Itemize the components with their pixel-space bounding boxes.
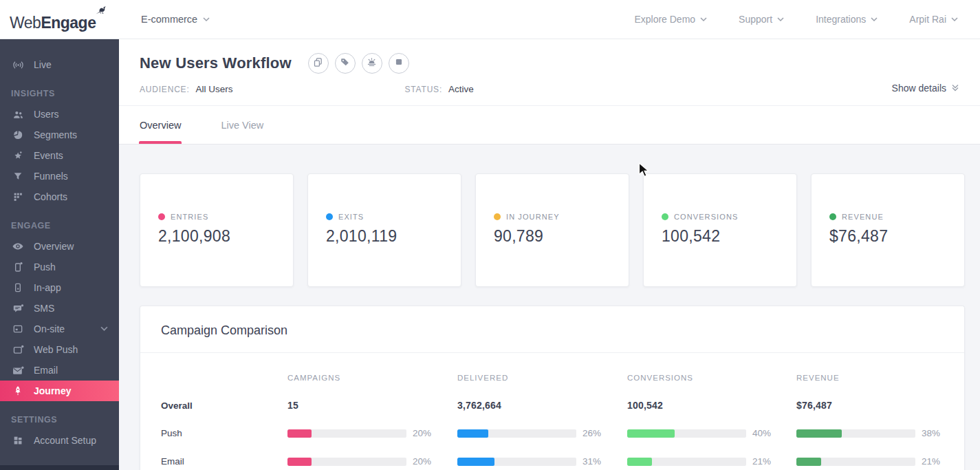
sidebar-bottom-strip [0, 465, 119, 470]
webengage-logo[interactable]: WebEngage [0, 6, 119, 32]
percent-label: 31% [582, 456, 601, 467]
nav-explore-demo[interactable]: Explore Demo [634, 14, 707, 25]
progress-fill [457, 458, 494, 466]
sidebar-item-live[interactable]: Live [0, 54, 119, 75]
sidebar-item-cohorts[interactable]: Cohorts [0, 186, 119, 207]
in-journey-dot [494, 213, 501, 220]
sidebar-item-overview[interactable]: Overview [0, 236, 119, 257]
sidebar-item-segments[interactable]: Segments [0, 125, 119, 145]
sidebar-item-label: Events [34, 150, 63, 161]
row-label: Overall [161, 400, 287, 411]
show-details-label: Show details [892, 83, 946, 94]
project-selector[interactable]: E-commerce [141, 14, 210, 25]
percent-label: 26% [582, 428, 601, 438]
sidebar-item-label: Users [34, 109, 59, 120]
metric-card-in-journey[interactable]: IN JOURNEY 90,789 [475, 173, 629, 287]
sidebar-item-push[interactable]: Push [0, 257, 119, 277]
sidebar-item-label: Cohorts [34, 191, 67, 202]
show-details-link[interactable]: Show details [892, 83, 959, 94]
bird-icon [93, 6, 107, 23]
sidebar-item-on-site[interactable]: On-site [0, 319, 119, 339]
metric-cards: ENTRIES 2,100,908 EXITS 2,010,119 [140, 173, 965, 287]
nav-support[interactable]: Support [739, 14, 784, 25]
progress-fill [796, 429, 842, 438]
sidebar-item-funnels[interactable]: Funnels [0, 166, 119, 186]
eye-icon [11, 240, 25, 253]
progress-fill [796, 458, 821, 466]
tag-button[interactable] [335, 53, 356, 74]
sidebar-section-insights: INSIGHTS [0, 83, 119, 104]
chevron-down-icon [951, 17, 958, 22]
nav-label: Arpit Rai [909, 14, 946, 25]
sidebar-item-label: Journey [34, 385, 71, 396]
sms-icon [11, 303, 25, 314]
sidebar-item-in-app[interactable]: In-app [0, 277, 119, 298]
duplicate-button[interactable] [308, 53, 329, 74]
tab-live-view[interactable]: Live View [221, 106, 263, 144]
page-header: New Users Workflow [119, 39, 980, 145]
audience-meta: AUDIENCE: All Users [140, 84, 233, 94]
nav-label: Explore Demo [634, 14, 695, 25]
metric-card-entries[interactable]: ENTRIES 2,100,908 [140, 173, 294, 287]
nav-integrations[interactable]: Integrations [816, 14, 878, 25]
sunset-button[interactable] [362, 53, 382, 74]
status-meta: STATUS: Active [405, 84, 474, 94]
row-label: Email [161, 456, 287, 467]
webengage-app: WebEngage E-commerce Explore Demo Suppor… [0, 0, 980, 470]
table-row-email: Email 20% 31% 21% [161, 456, 964, 467]
percent-label: 21% [752, 456, 771, 467]
campaign-comparison-panel: Campaign Comparison CAMPAIGNS DELIVERED … [140, 306, 965, 470]
sunset-icon [366, 56, 378, 71]
metric-label: CONVERSIONS [674, 213, 738, 221]
percent-label: 40% [752, 428, 771, 438]
metric-card-revenue[interactable]: REVENUE $76,487 [811, 173, 965, 287]
main-content: New Users Workflow [119, 39, 980, 470]
push-campaigns-bar: 20% [287, 428, 457, 438]
on-site-icon [11, 323, 25, 334]
push-icon [11, 261, 25, 273]
tab-overview[interactable]: Overview [140, 106, 181, 144]
chevron-down-icon [100, 326, 108, 332]
cohorts-icon [11, 191, 25, 202]
metric-card-conversions[interactable]: CONVERSIONS 100,542 [643, 173, 797, 287]
stop-button[interactable] [389, 53, 409, 74]
email-campaigns-bar: 20% [287, 456, 457, 467]
progress-fill [287, 458, 312, 466]
progress-fill [627, 458, 652, 466]
progress-track [457, 458, 576, 466]
sidebar-item-sms[interactable]: SMS [0, 298, 119, 319]
table-row-overall: Overall 15 3,762,664 100,542 $76,487 [161, 400, 964, 411]
metric-value: $76,487 [829, 227, 964, 246]
progress-fill [287, 429, 312, 438]
progress-track [627, 458, 746, 466]
sidebar-item-email[interactable]: Email [0, 360, 119, 381]
sidebar-item-label: SMS [34, 303, 54, 314]
logo-text-bold: Engage [41, 14, 96, 32]
overall-campaigns: 15 [287, 400, 457, 411]
live-icon [11, 59, 25, 71]
overall-revenue: $76,487 [796, 400, 964, 411]
revenue-dot [829, 213, 836, 220]
panel-title: Campaign Comparison [140, 306, 964, 353]
sidebar: Live INSIGHTS Users Segments Events Funn… [0, 39, 119, 470]
metric-card-exits[interactable]: EXITS 2,010,119 [307, 173, 461, 287]
sidebar-item-label: Account Setup [34, 435, 96, 446]
chevron-down-icon [871, 17, 878, 22]
push-conversions-bar: 40% [627, 428, 796, 438]
overall-delivered: 3,762,664 [457, 400, 627, 411]
sidebar-item-web-push[interactable]: Web Push [0, 339, 119, 360]
project-name: E-commerce [141, 14, 197, 25]
chevron-down-icon [777, 17, 784, 22]
metric-value: 2,010,119 [326, 227, 461, 246]
metric-label: REVENUE [842, 213, 884, 221]
sidebar-item-label: Overview [34, 241, 74, 252]
metric-value: 2,100,908 [158, 227, 293, 246]
sidebar-item-users[interactable]: Users [0, 104, 119, 125]
sidebar-item-events[interactable]: Events [0, 145, 119, 166]
nav-label: Integrations [816, 14, 866, 25]
progress-track [457, 429, 576, 438]
funnels-icon [11, 171, 25, 182]
sidebar-item-account-setup[interactable]: Account Setup [0, 430, 119, 451]
nav-user-menu[interactable]: Arpit Rai [909, 14, 958, 25]
sidebar-item-journey[interactable]: Journey [0, 381, 119, 401]
